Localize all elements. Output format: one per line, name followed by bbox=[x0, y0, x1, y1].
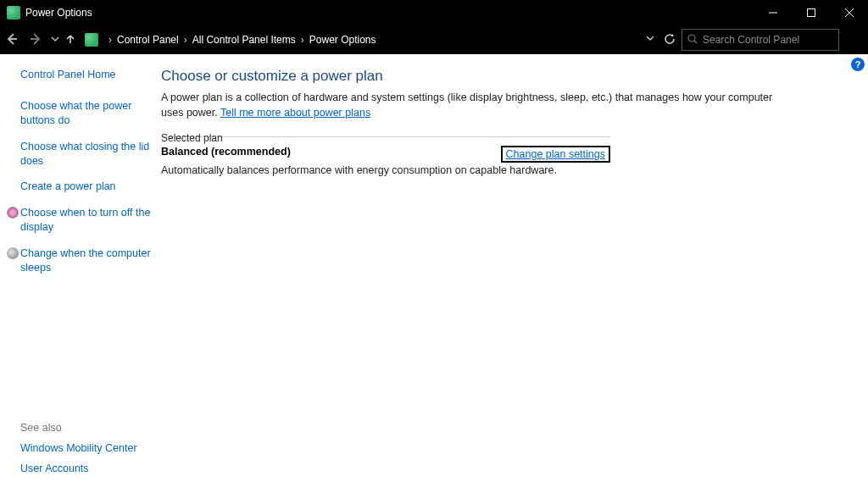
forward-button[interactable] bbox=[24, 33, 47, 47]
search-placeholder: Search Control Panel bbox=[703, 34, 799, 46]
search-box[interactable]: Search Control Panel bbox=[682, 29, 839, 51]
page-heading: Choose or customize a power plan bbox=[161, 68, 834, 85]
refresh-button[interactable] bbox=[658, 33, 682, 47]
address-bar[interactable]: › Control Panel › All Control Panel Item… bbox=[81, 30, 658, 50]
address-dropdown-button[interactable] bbox=[646, 34, 654, 44]
sidebar-item-create-plan[interactable]: Create a power plan bbox=[20, 180, 153, 194]
up-button[interactable] bbox=[63, 34, 78, 47]
chevron-right-icon: › bbox=[184, 34, 187, 46]
sidebar-item-label: Choose when to turn off the display bbox=[20, 207, 150, 233]
tell-me-more-link[interactable]: Tell me more about power plans bbox=[220, 107, 370, 119]
svg-line-2 bbox=[845, 8, 854, 17]
see-also-section: See also Windows Mobility Center User Ac… bbox=[20, 422, 164, 483]
main-content: Choose or customize a power plan A power… bbox=[161, 54, 868, 493]
sidebar-item-label: Change when the computer sleeps bbox=[20, 247, 151, 274]
svg-rect-1 bbox=[807, 9, 815, 17]
control-panel-home-link[interactable]: Control Panel Home bbox=[20, 68, 153, 82]
see-also-user-accounts[interactable]: User Accounts bbox=[20, 463, 164, 474]
sidebar-item-power-buttons[interactable]: Choose what the power buttons do bbox=[20, 99, 153, 128]
plan-description: Automatically balances performance with … bbox=[161, 164, 610, 176]
chevron-right-icon: › bbox=[301, 34, 304, 46]
change-plan-settings-link[interactable]: Change plan settings bbox=[501, 146, 610, 163]
window-title: Power Options bbox=[25, 7, 92, 19]
page-description: A power plan is a collection of hardware… bbox=[161, 90, 780, 120]
back-button[interactable] bbox=[0, 33, 24, 47]
svg-point-6 bbox=[688, 35, 695, 42]
power-options-icon bbox=[7, 6, 20, 19]
title-bar: Power Options bbox=[0, 0, 868, 25]
svg-line-3 bbox=[845, 8, 854, 17]
search-icon bbox=[687, 34, 698, 47]
breadcrumb-control-panel[interactable]: Control Panel bbox=[117, 34, 179, 46]
close-button[interactable] bbox=[830, 0, 868, 25]
breadcrumb-power-options[interactable]: Power Options bbox=[309, 34, 376, 46]
sidebar-item-closing-lid[interactable]: Choose what closing the lid does bbox=[20, 140, 153, 169]
shield-icon bbox=[7, 247, 19, 259]
shield-icon bbox=[7, 207, 19, 219]
control-panel-icon bbox=[85, 33, 98, 47]
selected-plan-legend: Selected plan bbox=[161, 132, 230, 144]
sidebar-item-computer-sleeps[interactable]: Change when the computer sleeps bbox=[20, 246, 153, 275]
maximize-button[interactable] bbox=[792, 0, 830, 25]
sidebar-item-turn-off-display[interactable]: Choose when to turn off the display bbox=[20, 206, 153, 235]
svg-line-7 bbox=[694, 41, 697, 43]
plan-name-balanced: Balanced (recommended) bbox=[161, 146, 291, 158]
minimize-button[interactable] bbox=[754, 0, 792, 25]
recent-locations-button[interactable] bbox=[47, 34, 63, 46]
see-also-header: See also bbox=[20, 422, 164, 434]
see-also-mobility-center[interactable]: Windows Mobility Center bbox=[20, 442, 164, 454]
breadcrumb-all-items[interactable]: All Control Panel Items bbox=[192, 34, 296, 46]
nav-toolbar: › Control Panel › All Control Panel Item… bbox=[0, 25, 868, 54]
chevron-right-icon: › bbox=[108, 34, 112, 46]
